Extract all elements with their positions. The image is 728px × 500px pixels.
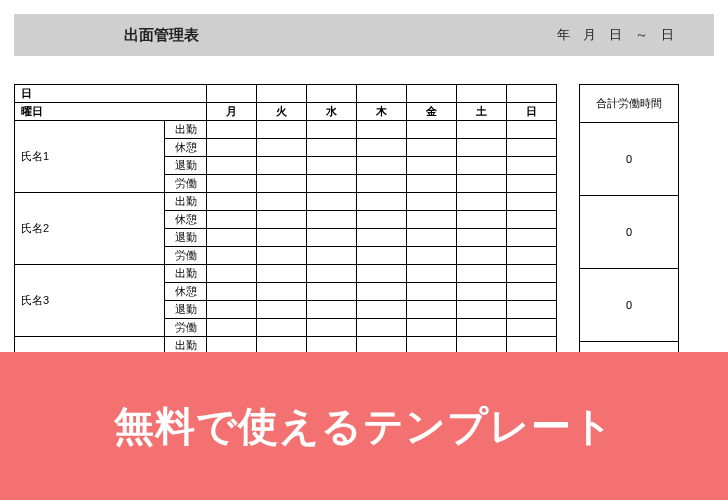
total-row: 0: [580, 268, 679, 341]
day-cell: [207, 85, 257, 103]
category-cell: 出勤: [165, 193, 207, 211]
data-cell: [407, 247, 457, 265]
day-label: 木: [357, 103, 407, 121]
data-cell: [507, 283, 557, 301]
data-cell: [207, 319, 257, 337]
category-cell: 休憩: [165, 211, 207, 229]
data-cell: [357, 157, 407, 175]
page-title: 出面管理表: [124, 26, 199, 45]
data-cell: [407, 211, 457, 229]
person-name-cell: 氏名1: [15, 121, 165, 193]
data-cell: [407, 265, 457, 283]
category-cell: 退勤: [165, 301, 207, 319]
data-cell: [257, 175, 307, 193]
data-cell: [257, 247, 307, 265]
data-cell: [207, 211, 257, 229]
data-cell: [407, 319, 457, 337]
weekday-header: 曜日: [15, 103, 207, 121]
data-cell: [457, 211, 507, 229]
data-cell: [457, 319, 507, 337]
total-cell: 0: [580, 195, 679, 268]
data-cell: [257, 265, 307, 283]
attendance-table: 日 曜日 月 火 水 木 金 土 日: [14, 84, 557, 391]
day-cell: [357, 85, 407, 103]
data-cell: [507, 121, 557, 139]
data-cell: [407, 283, 457, 301]
data-cell: [507, 175, 557, 193]
data-cell: [457, 157, 507, 175]
data-cell: [207, 139, 257, 157]
data-cell: [207, 229, 257, 247]
category-cell: 労働: [165, 247, 207, 265]
data-cell: [457, 265, 507, 283]
data-cell: [307, 283, 357, 301]
data-cell: [407, 301, 457, 319]
data-cell: [357, 211, 407, 229]
data-cell: [507, 229, 557, 247]
day-cell: [307, 85, 357, 103]
day-label: 水: [307, 103, 357, 121]
data-cell: [257, 301, 307, 319]
data-cell: [257, 211, 307, 229]
data-cell: [207, 157, 257, 175]
category-cell: 休憩: [165, 139, 207, 157]
total-cell: 0: [580, 268, 679, 341]
day-cell: [457, 85, 507, 103]
data-cell: [457, 229, 507, 247]
data-cell: [407, 193, 457, 211]
data-cell: [507, 319, 557, 337]
data-cell: [257, 157, 307, 175]
total-row: 0: [580, 195, 679, 268]
day-cell: [507, 85, 557, 103]
data-cell: [307, 193, 357, 211]
data-cell: [257, 121, 307, 139]
data-cell: [457, 121, 507, 139]
day-label: 日: [507, 103, 557, 121]
date-header: 日: [15, 85, 207, 103]
data-cell: [357, 301, 407, 319]
day-label: 火: [257, 103, 307, 121]
category-cell: 労働: [165, 319, 207, 337]
data-cell: [257, 139, 307, 157]
data-cell: [507, 247, 557, 265]
data-cell: [407, 121, 457, 139]
total-cell: 0: [580, 122, 679, 195]
data-cell: [207, 265, 257, 283]
category-cell: 出勤: [165, 265, 207, 283]
data-cell: [307, 229, 357, 247]
data-cell: [257, 283, 307, 301]
header-row-weekday: 曜日 月 火 水 木 金 土 日: [15, 103, 557, 121]
data-cell: [507, 139, 557, 157]
data-cell: [357, 139, 407, 157]
data-cell: [307, 175, 357, 193]
promo-banner: 無料で使えるテンプレート: [0, 352, 728, 500]
banner-text: 無料で使えるテンプレート: [114, 399, 614, 454]
data-cell: [407, 175, 457, 193]
data-cell: [507, 301, 557, 319]
data-cell: [507, 193, 557, 211]
data-cell: [207, 283, 257, 301]
data-cell: [207, 247, 257, 265]
data-cell: [307, 121, 357, 139]
data-cell: [457, 193, 507, 211]
data-cell: [357, 229, 407, 247]
total-row: 0: [580, 122, 679, 195]
data-cell: [207, 301, 257, 319]
total-table: 合計労働時間 000: [579, 84, 679, 397]
data-cell: [507, 265, 557, 283]
day-cell: [407, 85, 457, 103]
table-row: 氏名2出勤: [15, 193, 557, 211]
data-cell: [307, 211, 357, 229]
data-cell: [357, 283, 407, 301]
data-cell: [507, 157, 557, 175]
data-cell: [307, 319, 357, 337]
data-cell: [357, 121, 407, 139]
data-cell: [457, 139, 507, 157]
data-cell: [307, 157, 357, 175]
data-cell: [207, 175, 257, 193]
table-row: 氏名3出勤: [15, 265, 557, 283]
data-cell: [207, 121, 257, 139]
data-cell: [507, 211, 557, 229]
day-label: 月: [207, 103, 257, 121]
person-name-cell: 氏名2: [15, 193, 165, 265]
